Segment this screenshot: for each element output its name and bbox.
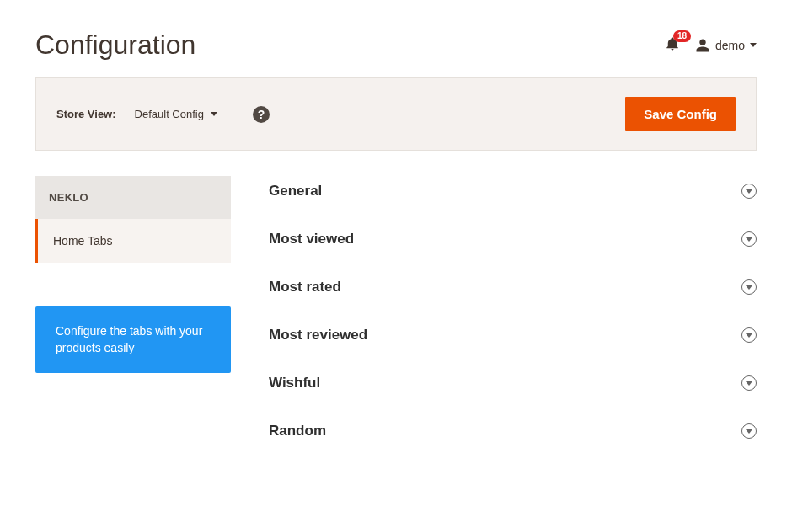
store-view-value: Default Config bbox=[135, 108, 204, 120]
save-config-button[interactable]: Save Config bbox=[625, 97, 736, 131]
chevron-down-icon bbox=[741, 423, 757, 439]
help-icon[interactable]: ? bbox=[253, 106, 270, 123]
user-menu[interactable]: demo bbox=[695, 38, 757, 53]
section-label: Most rated bbox=[269, 279, 341, 295]
sidebar-item-home-tabs[interactable]: Home Tabs bbox=[35, 219, 231, 263]
section-label: General bbox=[269, 183, 322, 200]
section-most-viewed[interactable]: Most viewed bbox=[269, 215, 757, 263]
section-general[interactable]: General bbox=[269, 176, 757, 215]
user-icon bbox=[695, 38, 710, 53]
toolbar-left: Store View: Default Config ? bbox=[56, 106, 270, 123]
header-row: Configuration 18 demo bbox=[0, 0, 792, 77]
caret-down-icon bbox=[211, 112, 217, 116]
sidebar-section-header[interactable]: NEKLO bbox=[35, 176, 231, 219]
section-random[interactable]: Random bbox=[269, 407, 757, 455]
store-view-label: Store View: bbox=[56, 108, 116, 120]
section-label: Random bbox=[269, 423, 326, 439]
header-actions: 18 demo bbox=[665, 35, 757, 56]
chevron-down-icon bbox=[741, 279, 757, 295]
page-title: Configuration bbox=[35, 29, 195, 61]
section-label: Wishful bbox=[269, 375, 320, 391]
username-label: demo bbox=[715, 39, 745, 52]
toolbar: Store View: Default Config ? Save Config bbox=[35, 77, 757, 151]
sidebar-item-label: Home Tabs bbox=[53, 234, 113, 247]
notification-badge: 18 bbox=[673, 30, 691, 42]
caret-down-icon bbox=[750, 43, 757, 47]
chevron-down-icon bbox=[741, 375, 757, 391]
chevron-down-icon bbox=[741, 231, 757, 247]
chevron-down-icon bbox=[741, 184, 757, 199]
sidebar: NEKLO Home Tabs Configure the tabs with … bbox=[35, 176, 231, 455]
section-label: Most reviewed bbox=[269, 327, 367, 343]
section-wishful[interactable]: Wishful bbox=[269, 359, 757, 407]
info-box: Configure the tabs with your products ea… bbox=[35, 306, 231, 373]
notifications-button[interactable]: 18 bbox=[665, 35, 680, 56]
store-view-select[interactable]: Default Config bbox=[135, 108, 217, 120]
section-most-reviewed[interactable]: Most reviewed bbox=[269, 311, 757, 359]
section-label: Most viewed bbox=[269, 231, 354, 247]
section-most-rated[interactable]: Most rated bbox=[269, 263, 757, 311]
content: General Most viewed Most rated Most revi… bbox=[269, 176, 757, 455]
main: NEKLO Home Tabs Configure the tabs with … bbox=[35, 176, 757, 455]
chevron-down-icon bbox=[741, 327, 757, 343]
